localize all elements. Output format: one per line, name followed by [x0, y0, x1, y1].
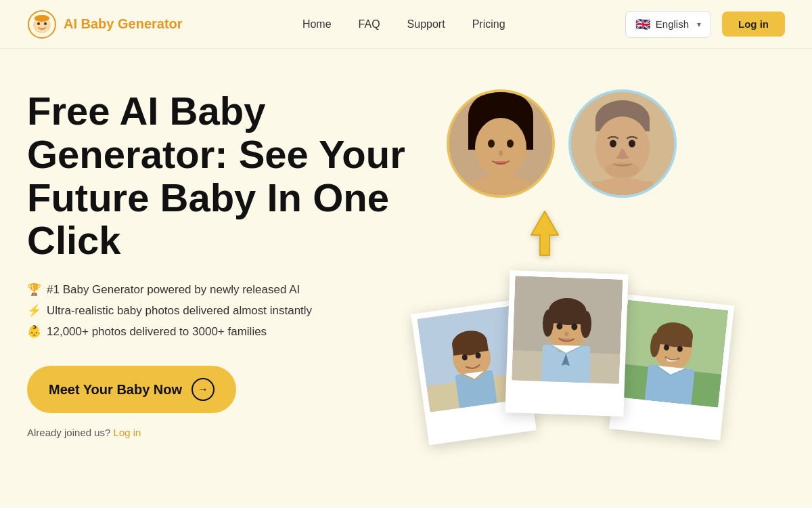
child-photo-3: [618, 300, 728, 408]
feature-2: ⚡ Ultra-realistic baby photos delivered …: [27, 303, 406, 318]
nav-pricing[interactable]: Pricing: [472, 18, 505, 30]
language-selector[interactable]: 🇬🇧 English ▾: [625, 11, 711, 38]
nav-right: 🇬🇧 English ▾ Log in: [625, 11, 785, 38]
baby-icon: 👶: [27, 324, 41, 339]
chevron-down-icon: ▾: [697, 20, 701, 29]
trophy-icon: 🏆: [27, 282, 41, 297]
hero-title: Free AI Baby Generator: See Your Future …: [27, 89, 406, 262]
cta-label: Meet Your Baby Now: [49, 382, 182, 398]
dad-circle: [568, 89, 677, 198]
navbar: AI Baby Generator Home FAQ Support Prici…: [0, 0, 812, 49]
svg-point-19: [610, 140, 616, 148]
svg-rect-23: [592, 182, 653, 195]
nav-faq[interactable]: FAQ: [359, 18, 380, 30]
polaroid-3: [609, 294, 734, 440]
login-button[interactable]: Log in: [722, 12, 785, 37]
already-joined-text: Already joined us? Log in: [27, 427, 406, 438]
svg-point-2: [37, 22, 40, 25]
feature-3: 👶 12,000+ photos delivered to 3000+ fami…: [27, 324, 406, 339]
feature-1: 🏆 #1 Baby Generator powered by newly rel…: [27, 282, 406, 297]
logo-icon: [27, 9, 57, 39]
hero-features: 🏆 #1 Baby Generator powered by newly rel…: [27, 282, 406, 339]
app-name: AI Baby Generator: [64, 16, 183, 32]
svg-point-10: [488, 140, 495, 148]
nav-links: Home FAQ Support Pricing: [302, 18, 505, 30]
arrow-right-icon: →: [191, 378, 215, 401]
svg-rect-5: [35, 17, 49, 20]
svg-point-21: [606, 162, 639, 178]
nav-home[interactable]: Home: [302, 18, 332, 30]
arrow-down-icon: [521, 205, 568, 269]
lightning-icon: ⚡: [27, 303, 41, 318]
svg-rect-14: [472, 180, 529, 195]
svg-rect-41: [548, 311, 587, 324]
already-joined-login-link[interactable]: Log in: [114, 427, 141, 438]
photos-group: [420, 266, 744, 508]
svg-marker-24: [531, 211, 558, 255]
hero-section: Free AI Baby Generator: See Your Future …: [0, 49, 812, 508]
nav-support[interactable]: Support: [407, 18, 445, 30]
hero-right: [406, 76, 785, 508]
hero-left: Free AI Baby Generator: See Your Future …: [27, 76, 406, 508]
polaroid-2: [505, 270, 628, 417]
language-label: English: [656, 18, 689, 30]
mom-circle: [447, 89, 555, 198]
child-photo-2: [512, 276, 623, 383]
svg-point-20: [629, 140, 635, 148]
flag-icon: 🇬🇧: [635, 17, 650, 32]
logo-area: AI Baby Generator: [27, 9, 183, 39]
svg-point-3: [44, 22, 47, 25]
svg-point-11: [507, 140, 514, 148]
svg-point-12: [499, 150, 503, 156]
svg-point-9: [475, 118, 526, 177]
cta-button[interactable]: Meet Your Baby Now →: [27, 366, 236, 413]
